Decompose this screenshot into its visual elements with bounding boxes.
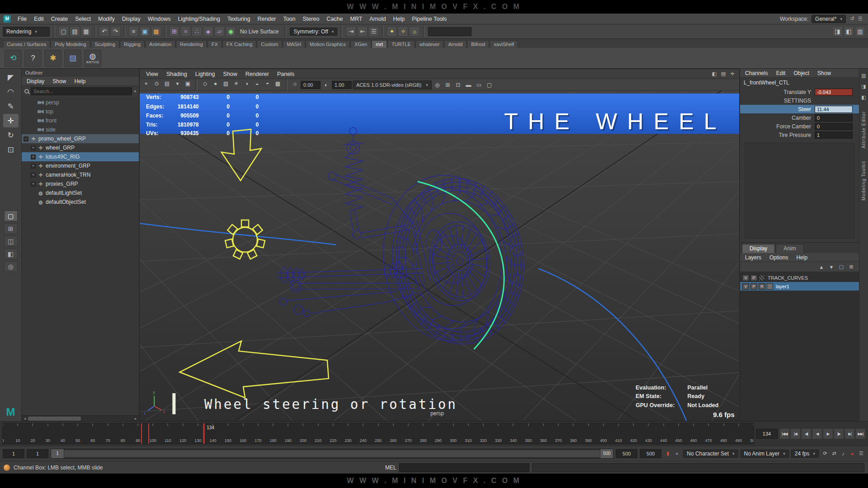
fps-dropdown[interactable]: 24 fps ▾ (791, 450, 819, 458)
shelf-tab-fx-caching[interactable]: FX Caching (222, 40, 256, 48)
move-layer-up-icon[interactable]: ▲ (817, 263, 826, 271)
channel-steer[interactable]: Steer11.44 (740, 105, 859, 113)
lock-camera-icon[interactable]: ⊙ (152, 79, 161, 89)
viewport-menu-lighting[interactable]: Lighting (192, 70, 219, 78)
range-slider[interactable]: 1 500 (51, 449, 613, 459)
layer-track-curves[interactable]: VPTRACK_CURVES (740, 273, 859, 282)
ipr-render-icon[interactable]: ✧ (398, 26, 408, 37)
shelf-tab-sculpting[interactable]: Sculpting (91, 40, 119, 48)
step-back-key-button[interactable]: |◀ (790, 428, 801, 439)
scroll-left-icon[interactable]: ◂ (22, 417, 28, 421)
persp-outliner-layout-button[interactable]: ◫ (4, 236, 18, 247)
exposure-field[interactable]: 0.00 (301, 81, 321, 89)
panel-options-icon[interactable]: ✛ (728, 70, 736, 78)
shelf-tab-rigging[interactable]: Rigging (120, 40, 145, 48)
shelf-tab-xgen[interactable]: XGen (350, 40, 371, 48)
viewport-scene[interactable]: Verts: 908743 0 0 Edges: 1814140 0 0 Fac… (140, 91, 739, 421)
lasso-select-tool[interactable]: ◠ (3, 85, 19, 99)
outliner-item-proxies-grp[interactable]: +✛proxies_GRP (22, 179, 139, 188)
single-pane-layout-button[interactable]: ▢ (4, 211, 18, 221)
bookmarks-icon[interactable]: ▾ (173, 79, 182, 89)
shelf-tab-mrt[interactable]: mrt (372, 40, 387, 48)
snap-point-icon[interactable]: ∴ (192, 26, 202, 37)
new-layer-icon[interactable]: ⊞ (847, 263, 855, 271)
wireframe-icon[interactable]: ◇ (200, 79, 210, 89)
four-pane-layout-button[interactable]: ⊞ (4, 223, 18, 234)
play-forwards-button[interactable]: ▶ (823, 428, 833, 439)
channel-camber[interactable]: Camber0 (740, 113, 859, 122)
field-chart-icon[interactable]: ⊞ (443, 80, 453, 89)
select-camera-icon[interactable]: ⌖ (142, 79, 151, 89)
menu-render[interactable]: Render (254, 15, 279, 23)
menu-help[interactable]: Help (390, 15, 409, 23)
channel-force-camber[interactable]: Force Camber0 (740, 122, 859, 131)
shelf-tab-whatever[interactable]: whatever (415, 40, 444, 48)
expand-toggle-icon[interactable]: + (31, 182, 36, 187)
play-backwards-button[interactable]: ◀ (812, 428, 822, 439)
shelf-tab-fx[interactable]: FX (208, 40, 222, 48)
shelf-tab-custom[interactable]: Custom (257, 40, 282, 48)
outliner-item-lotus49c-rig[interactable]: +✛lotus49C_RIG (22, 152, 139, 161)
shelf-antvis-icon[interactable]: ◍ANTVIS (84, 50, 101, 67)
live-surface-button[interactable]: No Live Surface (237, 28, 281, 35)
menu-modify[interactable]: Modify (94, 15, 118, 23)
new-scene-icon[interactable]: ▢ (58, 26, 69, 37)
outliner-menu-help[interactable]: Help (71, 78, 89, 85)
step-forward-frame-button[interactable]: |▶ (834, 428, 844, 439)
select-component-icon[interactable]: ▩ (151, 26, 161, 37)
snap-projected-center-icon[interactable]: ◈ (203, 26, 213, 37)
workspace-dropdown[interactable]: General* ▾ (811, 15, 846, 23)
layer-editor-tab-anim[interactable]: Anim (776, 244, 803, 253)
attribute-editor-tab-icon[interactable]: ◨ (860, 82, 868, 90)
shelf-tab-mash[interactable]: MASH (283, 40, 305, 48)
channel-tire-pressure[interactable]: Tire Pressure1 (740, 131, 859, 139)
menu-windows[interactable]: Windows (144, 15, 175, 23)
gate-mask-icon[interactable]: ▬ (464, 80, 473, 89)
screen-space-ao-icon[interactable]: ◒ (252, 79, 262, 89)
channelbox-menu-edit[interactable]: Edit (773, 70, 789, 77)
shelf-tab-rendering[interactable]: Rendering (176, 40, 207, 48)
menu-cache[interactable]: Cache (323, 15, 346, 23)
playback-end-field[interactable] (616, 449, 637, 458)
gamma-field[interactable]: 1.00 (332, 81, 352, 89)
outliner-item-side[interactable]: side (22, 125, 139, 134)
viewport-menu-view[interactable]: View (142, 70, 162, 78)
layer-toggle-p[interactable]: P (750, 283, 757, 290)
image-plane-icon[interactable]: ▣ (183, 79, 193, 89)
move-layer-down-icon[interactable]: ▼ (827, 263, 835, 271)
panel-bookmark-icon[interactable]: ▤ (719, 70, 727, 78)
construction-history-icon[interactable]: ☰ (368, 26, 379, 37)
exposure-icon[interactable]: ☼ (290, 79, 300, 89)
layer-menu-help[interactable]: Help (793, 254, 811, 261)
expand-toggle-icon[interactable]: + (31, 155, 36, 160)
isolate-select-icon[interactable]: ◎ (433, 80, 442, 89)
auto-key-icon[interactable]: ● (848, 450, 856, 458)
menu-lighting-shading[interactable]: Lighting/Shading (175, 15, 224, 23)
viewport-menu-panels[interactable]: Panels (274, 70, 298, 78)
channel-box-object-name[interactable]: L_frontWheel_CTL (740, 78, 859, 88)
safe-action-icon[interactable]: ▭ (474, 80, 484, 89)
outliner-item-camerahook-trn[interactable]: +✛cameraHook_TRN (22, 170, 139, 179)
layer-toggle-v[interactable]: V (742, 275, 749, 281)
playback-bookmark-icon[interactable]: ▮ (664, 450, 672, 458)
menu-arnold[interactable]: Arnold (366, 15, 389, 23)
shelf-hand-tool-icon[interactable]: ✱ (44, 50, 61, 67)
menu-select[interactable]: Select (71, 15, 94, 23)
menu-mrt[interactable]: MRT (347, 15, 366, 23)
resolution-gate-icon[interactable]: ⊡ (453, 80, 463, 89)
smooth-shade-icon[interactable]: ● (211, 79, 220, 89)
shelf-tab-animation[interactable]: Animation (145, 40, 175, 48)
shelf-tab-arnold[interactable]: Arnold (444, 40, 467, 48)
colorspace-dropdown[interactable]: ACES 1.0 SDR-video (sRGB) ▾ (353, 80, 432, 89)
tool-settings-toggle-icon[interactable]: ◧ (844, 26, 854, 37)
attribute-editor-toggle-icon[interactable]: ◨ (832, 26, 843, 37)
scale-tool[interactable]: ⊡ (3, 143, 19, 156)
layer-menu-options[interactable]: Options (766, 254, 791, 261)
paint-select-tool[interactable]: ✎ (3, 99, 19, 113)
shelf-tab-turtle[interactable]: TURTLE (387, 40, 415, 48)
snap-view-plane-icon[interactable]: ▱ (214, 26, 225, 37)
shelf-smear-image-icon[interactable]: ▨ (64, 50, 81, 67)
workspace-reset-icon[interactable]: ↺ (848, 15, 856, 23)
empty-layer-icon[interactable]: ▢ (837, 263, 845, 271)
time-slider-track[interactable]: 0102030405060708090100110120130140150160… (2, 423, 754, 444)
